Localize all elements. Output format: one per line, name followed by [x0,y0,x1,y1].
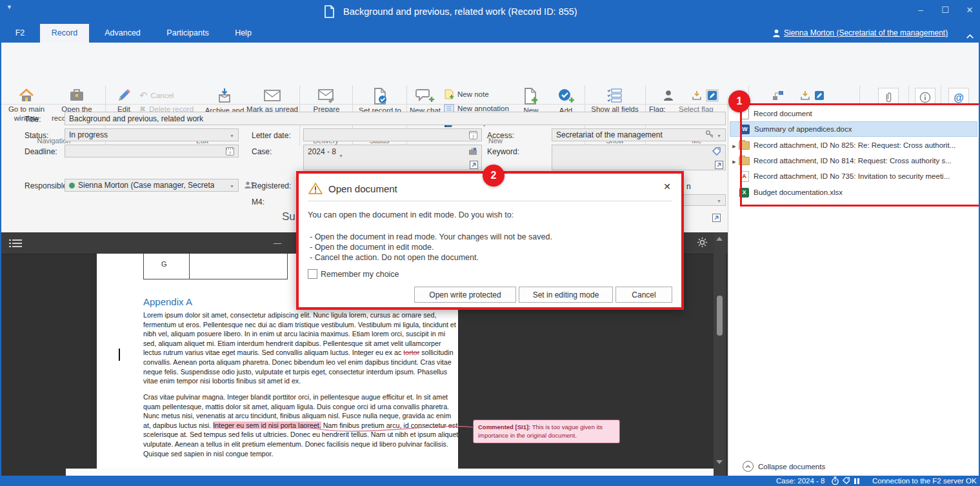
registered-label: Registered: [252,181,291,190]
letter-date-input[interactable] [303,128,482,141]
archive-box-icon [216,88,233,105]
home-icon [18,88,35,103]
dropdown-caret [339,150,343,159]
remember-choice-checkbox[interactable] [308,269,317,279]
title-bar: ▼ Background and previous, related work … [0,0,980,24]
ribbon-tab-row: F2 Record Advanced Participants Help Sie… [0,24,980,43]
document-list-item[interactable]: Record document [730,106,977,121]
document-list-item-selected[interactable]: W Summary of appendices.docx [730,121,977,137]
chevron-up-circle-icon [743,461,754,472]
tracked-deletion: tortor [403,349,419,356]
collapse-ribbon-chevron-icon[interactable] [966,30,974,42]
responsible-label: Responsible: [25,181,69,190]
preview-scrollbar[interactable] [714,232,726,476]
dialog-option: - Open the document in edit mode. [310,243,434,252]
person-icon [662,89,675,105]
case-input[interactable]: 2024 - 8 [303,145,482,170]
table-cell-text: G [161,260,167,268]
cancel-button[interactable]: Cancel [615,287,672,303]
tab-advanced[interactable]: Advanced [97,24,148,43]
maximize-button[interactable]: ☐ [935,3,955,18]
preview-horizontal-scrollbar[interactable] [66,469,714,476]
flag-tray-icon[interactable] [800,90,810,103]
approval-check-icon [557,88,575,105]
window-frame-left [0,24,1,476]
word-file-icon: W [740,125,750,134]
case-label: Case: [252,147,272,156]
tab-participants[interactable]: Participants [157,24,218,43]
preview-minimize-icon[interactable] [274,237,281,248]
checklist-icon [606,88,623,103]
document-list-item[interactable]: Record attachment, ID No 814: Request: C… [730,153,977,168]
window-title: Background and previous, related work (R… [343,6,577,17]
title-input[interactable]: Background and previous, related work [65,112,726,125]
minimize-button[interactable]: – [911,3,930,18]
collapse-documents-button[interactable]: Collapse documents [743,461,825,472]
dialog-title: Open document [328,183,397,194]
table-border [143,254,144,279]
close-button[interactable]: ✕ [960,3,979,18]
letter-date-label: Letter date: [252,131,291,140]
tag-icon[interactable] [843,477,850,486]
access-label: Access: [487,131,514,140]
edit-button[interactable]: Edit [110,88,138,114]
flag-edit-icon[interactable] [814,90,825,103]
paperclip-icon [883,91,894,104]
dropdown-caret [230,181,234,190]
expand-arrow-icon[interactable] [730,141,739,149]
document-list-item[interactable]: X Budget documentation.xlsx [730,185,977,200]
note-icon [444,89,454,99]
stopwatch-icon[interactable] [831,476,839,486]
document-list-item[interactable]: Record attachment, ID No 825: Re: Reques… [730,137,977,153]
quick-access-toolbar-arrow[interactable]: ▼ [6,4,12,10]
dialog-option: - Open the document in read mode. Your c… [310,232,552,241]
scroll-down-icon[interactable] [716,460,723,464]
calendar-icon[interactable] [469,131,477,139]
document-check-icon [372,88,388,105]
tab-record[interactable]: Record [40,24,89,43]
text-cursor [119,349,120,361]
tab-help[interactable]: Help [226,24,261,43]
pause-icon[interactable] [854,478,861,485]
dropdown-caret [717,130,721,139]
folder-icon [739,157,750,165]
flag-tray-icon[interactable] [692,90,702,103]
outline-list-icon[interactable] [9,239,22,250]
m4-label: M4: [252,197,265,207]
annotation-badge-1: 1 [728,90,750,112]
current-user-link[interactable]: Sienna Morton (Secretariat of the manage… [784,28,948,37]
deadline-input[interactable] [65,145,239,157]
tag-icon[interactable] [712,147,721,158]
scrollbar-thumb[interactable] [717,296,723,336]
statusbar-case: Case: 2024 - 8 [776,477,825,485]
set-editing-mode-button[interactable]: Set in editing mode [519,287,613,303]
excel-file-icon: X [739,188,749,197]
calendar-icon[interactable] [226,147,234,156]
responsible-select[interactable]: Sienna Morton (Case manager, Secreta [65,179,239,192]
partial-dropdown[interactable] [681,194,726,206]
dialog-body: You can open the document in edit mode. … [308,210,514,219]
status-select[interactable]: In progress [65,128,239,141]
tab-f2[interactable]: F2 [5,24,35,43]
document-plus-icon [523,88,539,105]
partial-popout-icon[interactable] [712,213,721,225]
commented-text-highlight: Integer eu sem id nisi porta laoreet. [213,421,321,429]
info-icon [919,92,931,103]
paragraph-2: Cras vitae pulvinar magna. Integer bland… [143,392,459,458]
document-list-item[interactable]: A Record attachment, ID No 735: Invitati… [730,168,977,184]
expand-arrow-icon[interactable] [730,157,739,165]
new-note-button[interactable]: New note [444,89,489,99]
gear-icon[interactable] [697,237,708,250]
keyword-popout-icon[interactable] [715,160,723,172]
case-icon[interactable] [468,147,477,158]
ribbon: Navigation Go to main window Open the re… [0,43,980,105]
keyword-input[interactable] [552,145,726,170]
dialog-divider [308,201,672,201]
dialog-close-icon[interactable]: ✕ [663,181,671,192]
open-write-protected-button[interactable]: Open write protected [414,287,516,303]
status-bar: Case: 2024 - 8 Connection to the F2 serv… [0,476,980,486]
scroll-up-icon[interactable] [716,237,723,241]
flag-edit-icon[interactable] [706,89,719,102]
access-select[interactable]: Secretariat of the management [552,128,726,141]
case-popout-icon[interactable] [470,160,478,172]
